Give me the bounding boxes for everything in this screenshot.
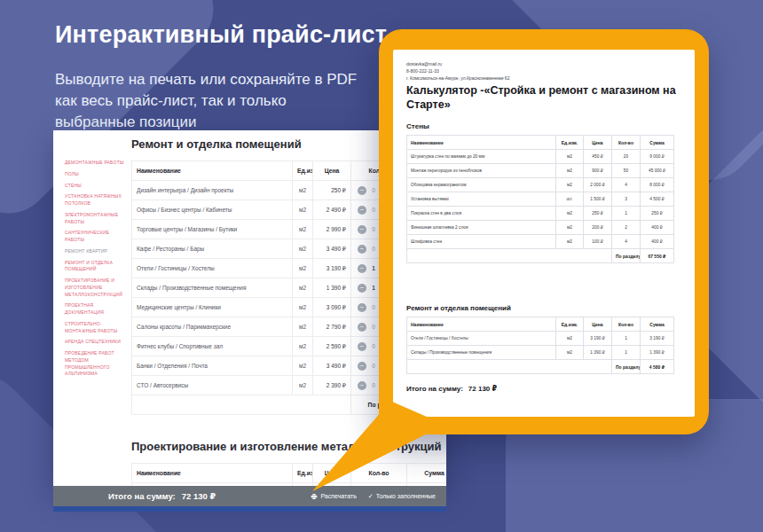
row-name: Отели / Гостиницы / Хостелы <box>132 259 293 278</box>
pdf-row-unit: м2 <box>556 235 584 249</box>
filter-filled-toggle[interactable]: ✓ Только заполненные <box>368 493 436 500</box>
row-price: 3 490 ₽ <box>313 239 351 259</box>
sidebar-category-link[interactable]: ЭЛЕКТРОМОНТАЖНЫЕ РАБОТЫ <box>65 212 127 226</box>
pdf-subtotal-label: По разделу <box>612 249 641 263</box>
pdf-subtotal-label: По разделу <box>612 360 641 374</box>
totals-bar: Итого на сумму: 72 130 ₽ Распечатать ✓ Т… <box>53 486 446 506</box>
pdf-row-sum: 8 000 ₽ <box>641 178 674 192</box>
qty-minus-button[interactable]: − <box>358 206 366 215</box>
pdf-page: dostavka@mail.ru 8-800-222-11-33 г. Комс… <box>393 50 695 417</box>
pdf-row-price: 1 500 ₽ <box>584 192 612 207</box>
pdf-section: Стены Наименование Ед.изм. Цена Кол-во С… <box>406 122 673 263</box>
qty-minus-button[interactable]: − <box>358 342 366 351</box>
sidebar-category-link[interactable]: ПРОВЕДЕНИЕ РАБОТ МЕТОДОМ ПРОМЫШЛЕННОГО А… <box>65 350 127 378</box>
qty-minus-button[interactable]: − <box>358 381 366 390</box>
pdf-row-qty: 1 <box>612 346 641 360</box>
pdf-row-price: 3 190 ₽ <box>584 332 612 346</box>
pdf-row-name: Штукатурка стен по маякам до 20 мм <box>407 150 556 164</box>
pdf-column-qty: Кол-во <box>612 317 641 332</box>
contact-email: dostavka@mail.ru <box>406 60 509 67</box>
qty-value: 0 <box>371 363 376 369</box>
pdf-row-unit: м2 <box>556 150 584 164</box>
pdf-row-unit: м2 <box>556 178 584 192</box>
qty-value: 0 <box>371 382 376 388</box>
qty-value: 1 <box>371 265 376 271</box>
qty-minus-button[interactable]: − <box>358 303 366 312</box>
sidebar-category-link[interactable]: ПРОЕКТИРОВАНИЕ И ИЗГОТОВЛЕНИЕ МЕТАЛЛОКОН… <box>65 278 127 298</box>
row-name: Дизайн интерьера / Дизайн проекты <box>132 181 293 200</box>
pdf-row-qty: 50 <box>612 164 641 178</box>
pdf-row-name: Отели / Гостиницы / Хостелы <box>407 332 556 346</box>
check-icon: ✓ <box>368 493 374 500</box>
pdf-total-value: 72 130 ₽ <box>468 385 497 393</box>
pdf-section-footer: По разделу 4 580 ₽ <box>407 360 674 374</box>
row-price: 250 ₽ <box>313 181 351 200</box>
column-header-unit: Ед.изм. <box>293 464 313 483</box>
column-header-price: Цена <box>313 161 351 181</box>
row-name: Офисы / Бизнес центры / Кабинеты <box>132 200 293 220</box>
pdf-table-row: Покраска стен в два слоя м2 250 ₽ 1 250 … <box>407 207 674 221</box>
qty-minus-button[interactable]: − <box>358 225 366 234</box>
row-price: 3 190 ₽ <box>313 259 351 278</box>
pdf-column-price: Цена <box>584 136 612 150</box>
qty-value: 0 <box>371 304 376 310</box>
pdf-table-row: Монтаж перегородок из пеноблоков м2 900 … <box>407 164 674 178</box>
column-header-name: Наименование <box>132 161 293 181</box>
qty-minus-button[interactable]: − <box>358 323 366 332</box>
qty-minus-button[interactable]: − <box>358 284 366 293</box>
row-price: 3 090 ₽ <box>313 298 351 317</box>
page-subtitle: Выводите на печать или сохраняйте в PDF … <box>55 69 367 133</box>
sidebar-category-link[interactable]: СТРОИТЕЛЬНО-МОНТАЖНЫЕ РАБОТЫ <box>65 321 127 335</box>
filter-label: Только заполненные <box>376 493 436 499</box>
pdf-table-row: Отели / Гостиницы / Хостелы м2 3 190 ₽ 1… <box>407 332 674 346</box>
qty-value: 0 <box>371 226 376 232</box>
pdf-table-row: Склады / Производственные помещения м2 1… <box>407 346 674 360</box>
pdf-row-name: Монтаж перегородок из пеноблоков <box>407 164 556 178</box>
row-name: Банки / Отделения / Почта <box>132 356 293 376</box>
row-unit: м2 <box>293 200 313 220</box>
sidebar-category-link[interactable]: СТЕНЫ <box>65 183 127 190</box>
pdf-table-row: Финишная шпатлевка 2 слоя м2 200 ₽ 2 400… <box>407 221 674 235</box>
sidebar-category-link[interactable]: АРЕНДА СПЕЦТЕХНИКИ <box>65 339 127 346</box>
sidebar-category-link[interactable]: ДЕМОНТАЖНЫЕ РАБОТЫ <box>65 160 127 167</box>
pdf-row-price: 250 ₽ <box>584 207 612 221</box>
pdf-row-name: Установка вытяжки <box>407 192 556 207</box>
pdf-table-header-row: Наименование Ед.изм. Цена Кол-во Сумма <box>407 317 674 332</box>
pdf-row-price: 2 000 ₽ <box>584 178 612 192</box>
qty-value: 0 <box>371 207 376 213</box>
row-name: Склады / Производственные помещения <box>132 278 293 298</box>
pdf-row-name: Склады / Производственные помещения <box>407 346 556 360</box>
qty-minus-button[interactable]: − <box>358 186 366 195</box>
sidebar-category-link[interactable]: УСТАНОВКА НАТЯЖНЫХ ПОТОЛКОВ <box>65 193 127 207</box>
pdf-row-unit: м2 <box>556 221 584 235</box>
sidebar-category-link[interactable]: САНТЕХНИЧЕСКИЕ РАБОТЫ <box>65 230 127 244</box>
row-price: 3 490 ₽ <box>313 356 351 376</box>
contact-block: dostavka@mail.ru 8-800-222-11-33 г. Комс… <box>406 60 509 82</box>
print-button[interactable]: Распечатать <box>311 493 356 500</box>
qty-minus-button[interactable]: − <box>358 362 366 371</box>
row-price: 2 390 ₽ <box>313 376 351 395</box>
pdf-row-qty: 2 <box>612 221 641 235</box>
sidebar-category-link[interactable]: РЕМОНТ И ОТДЕЛКА ПОМЕЩЕНИЙ <box>65 260 127 274</box>
qty-minus-button[interactable]: − <box>358 245 366 254</box>
row-unit: м2 <box>293 239 313 259</box>
category-sidebar: ДЕМОНТАЖНЫЕ РАБОТЫПОЛЫСТЕНЫУСТАНОВКА НАТ… <box>65 160 127 382</box>
pdf-column-name: Наименование <box>407 136 556 150</box>
pdf-table-row: Облицовка керамогранитом м2 2 000 ₽ 4 8 … <box>407 178 674 192</box>
pdf-row-price: 450 ₽ <box>584 150 612 164</box>
pdf-column-sum: Сумма <box>641 317 674 332</box>
sidebar-category-link[interactable]: ПОЛЫ <box>65 171 127 178</box>
qty-minus-button[interactable]: − <box>358 264 366 273</box>
pdf-row-sum: 400 ₽ <box>641 235 674 249</box>
contact-phone: 8-800-222-11-33 <box>406 67 509 74</box>
printer-icon <box>311 493 318 500</box>
contact-address: г. Комсомольск-на-Амуре, ул.Краснознамен… <box>406 74 509 82</box>
sidebar-category-link[interactable]: РЕМОНТ КВАРТИР <box>65 248 127 255</box>
pdf-row-unit: шт. <box>556 192 584 207</box>
pdf-row-sum: 1 390 ₽ <box>641 346 674 360</box>
pdf-row-unit: м2 <box>556 164 584 178</box>
pdf-row-sum: 250 ₽ <box>641 207 674 221</box>
sidebar-category-link[interactable]: ПРОЕКТНАЯ ДОКУМЕНТАЦИЯ <box>65 302 127 317</box>
pdf-row-price: 200 ₽ <box>584 221 612 235</box>
row-unit: м2 <box>293 181 313 200</box>
